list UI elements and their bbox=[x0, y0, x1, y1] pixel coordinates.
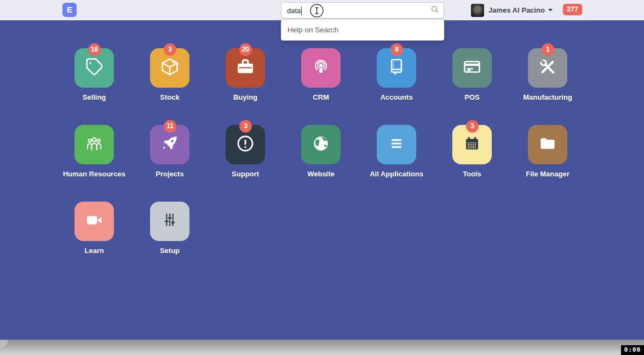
app-tile-setup[interactable] bbox=[150, 202, 189, 241]
folder-icon bbox=[537, 133, 558, 156]
desktop-area: 18Selling3Stock20BuyingCRM8AccountsPOS1M… bbox=[0, 20, 644, 340]
search-icon[interactable] bbox=[430, 5, 439, 16]
app-tile-accounts[interactable]: 8 bbox=[377, 48, 416, 88]
app-notification-badge: 18 bbox=[88, 43, 101, 56]
app-tile-website[interactable] bbox=[301, 125, 341, 164]
app-label: All Applications bbox=[359, 170, 434, 178]
app-tile-projects[interactable]: 11 bbox=[150, 125, 189, 164]
app-tile-all-applications[interactable] bbox=[377, 125, 416, 164]
text-caret bbox=[301, 7, 302, 15]
app-grid: 18Selling3Stock20BuyingCRM8AccountsPOS1M… bbox=[56, 48, 585, 278]
app-shortcut: 8Accounts bbox=[359, 48, 434, 125]
app-notification-badge: 3 bbox=[164, 43, 176, 56]
user-avatar bbox=[471, 4, 484, 17]
app-tile-manufacturing[interactable]: 1 bbox=[528, 48, 567, 88]
global-search-input[interactable]: data bbox=[281, 2, 444, 19]
app-label: Buying bbox=[208, 93, 283, 101]
app-tile-selling[interactable]: 18 bbox=[74, 48, 114, 88]
mouse-text-cursor bbox=[309, 3, 324, 20]
app-shortcut: 20Buying bbox=[208, 48, 283, 125]
app-label: Website bbox=[283, 170, 359, 178]
app-shortcut: 3Support bbox=[208, 125, 283, 202]
app-notification-badge: 11 bbox=[164, 120, 176, 133]
app-label: Learn bbox=[56, 247, 132, 255]
credit-card-icon bbox=[462, 56, 482, 79]
app-notification-badge: 20 bbox=[239, 43, 252, 56]
app-tile-file-manager[interactable] bbox=[528, 125, 567, 164]
globe-icon bbox=[311, 133, 331, 156]
podcast-person-icon bbox=[311, 56, 331, 79]
search-dropdown-item-help[interactable]: Help on Search bbox=[281, 20, 444, 41]
search-input-value: data bbox=[287, 7, 301, 15]
sliders-icon bbox=[159, 210, 180, 233]
ledger-book-icon bbox=[386, 56, 407, 79]
app-shortcut: 18Selling bbox=[56, 48, 132, 125]
app-label: Human Resources bbox=[56, 170, 132, 178]
app-notification-badge: 1 bbox=[542, 43, 554, 56]
calendar-icon bbox=[462, 133, 482, 156]
app-tile-crm[interactable] bbox=[301, 48, 341, 88]
menu-icon bbox=[386, 133, 407, 156]
notification-count-badge[interactable]: 277 bbox=[563, 4, 582, 15]
exclamation-circle-icon bbox=[235, 133, 256, 156]
app-tile-support[interactable]: 3 bbox=[226, 125, 265, 164]
window-bottom-edge bbox=[0, 340, 644, 355]
app-logo[interactable]: E bbox=[62, 3, 77, 17]
app-shortcut: 3Stock bbox=[132, 48, 208, 125]
app-label: Support bbox=[208, 170, 283, 178]
app-notification-badge: 8 bbox=[390, 43, 403, 56]
user-menu[interactable]: James Al Pacino bbox=[471, 0, 553, 20]
app-shortcut: Setup bbox=[132, 202, 208, 278]
app-tile-buying[interactable]: 20 bbox=[226, 48, 265, 88]
app-label: CRM bbox=[283, 93, 359, 101]
people-icon bbox=[84, 133, 105, 156]
app-shortcut: File Manager bbox=[510, 125, 585, 202]
wrench-screwdriver-icon bbox=[537, 56, 558, 79]
app-shortcut: Website bbox=[283, 125, 359, 202]
app-tile-pos[interactable] bbox=[452, 48, 492, 88]
app-shortcut: Human Resources bbox=[56, 125, 132, 202]
rocket-icon bbox=[159, 133, 180, 156]
tag-icon bbox=[84, 56, 105, 79]
chevron-down-icon bbox=[548, 9, 553, 12]
app-label: Manufacturing bbox=[510, 93, 585, 101]
app-label: POS bbox=[434, 93, 510, 101]
app-label: Selling bbox=[56, 93, 132, 101]
app-shortcut: All Applications bbox=[359, 125, 434, 202]
app-notification-badge: 3 bbox=[466, 120, 479, 133]
app-label: Tools bbox=[434, 170, 510, 178]
app-tile-tools[interactable]: 3 bbox=[452, 125, 492, 164]
search-dropdown: Help on Search bbox=[281, 20, 444, 41]
app-notification-badge: 3 bbox=[239, 120, 252, 133]
app-label: File Manager bbox=[510, 170, 585, 178]
app-tile-stock[interactable]: 3 bbox=[150, 48, 189, 88]
app-shortcut: CRM bbox=[283, 48, 359, 125]
box-icon bbox=[159, 56, 180, 79]
app-shortcut: 3Tools bbox=[434, 125, 510, 202]
briefcase-icon bbox=[235, 56, 256, 79]
app-tile-learn[interactable] bbox=[74, 202, 114, 241]
app-shortcut: Learn bbox=[56, 202, 132, 278]
app-label: Setup bbox=[132, 247, 208, 255]
recording-timer: 0:00 bbox=[621, 345, 644, 355]
app-shortcut: 1Manufacturing bbox=[510, 48, 585, 125]
app-tile-human-resources[interactable] bbox=[74, 125, 114, 164]
app-shortcut: 11Projects bbox=[132, 125, 208, 202]
user-name: James Al Pacino bbox=[488, 6, 545, 14]
app-label: Projects bbox=[132, 170, 208, 178]
video-camera-icon bbox=[84, 210, 105, 233]
app-label: Stock bbox=[132, 93, 208, 101]
app-shortcut: POS bbox=[434, 48, 510, 125]
app-label: Accounts bbox=[359, 93, 434, 101]
